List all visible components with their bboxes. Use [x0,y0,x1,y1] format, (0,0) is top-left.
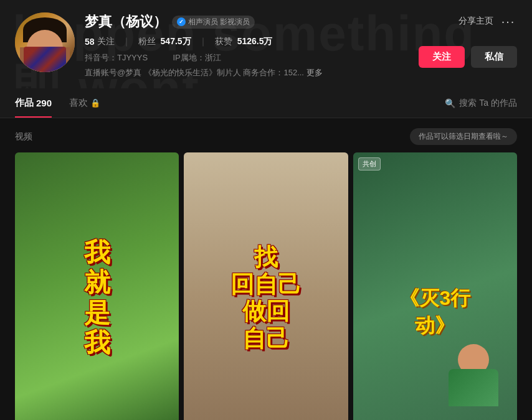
action-buttons: 关注 私信 [419,44,517,68]
profile-header: happen something 即 wont 分享主页 ··· 关注 私信 梦… [0,0,532,88]
stat-divider-2: ｜ [199,36,207,47]
business-info: 商务合作：152... [243,68,304,77]
likes-count: 5126.5万 [237,36,273,47]
followers-label: 粉丝 [138,36,156,47]
profile-top-actions: 分享主页 ··· [458,12,517,30]
show-name: 《杨光的快乐生活》制片人 [144,68,241,77]
profile-name: 梦真（杨议） [85,12,167,31]
search-ta-button[interactable]: 🔍 搜索 Ta 的作品 [445,98,517,109]
section-header: 视频 作品可以筛选日期查看啦～ [15,128,517,145]
live-account: 直播账号@梦真 [85,68,141,77]
tab-works[interactable]: 作品 290 [15,88,52,118]
likes-stat: 获赞 5126.5万 [215,36,273,47]
profile-name-row: 梦真（杨议） ✓ 相声演员 影视演员 [85,12,517,31]
video-card[interactable]: 找 回自己 做回 自己 ♡ 2.9万 作为女人，面对任何事，要坚定内心，坚持自己… [184,152,348,420]
avatar [15,12,75,72]
video-thumbnail: 共创 《灭3行动》 ♡ 2.9万 [353,152,517,420]
profile-desc: 直播账号@梦真 《杨光的快乐生活》制片人 商务合作：152... 更多 [85,67,517,78]
video-overlay-text: 找 回自己 做回 自己 [230,244,302,353]
share-button[interactable]: 分享主页 [458,16,493,27]
lock-icon: 🔒 [90,98,100,108]
tab-works-count: 290 [36,98,52,108]
video-grid: 我 就 是 我 ♡ 1.0万 做自己，做好自己 感情牌是打给受害者的，而不是作为… [15,152,517,420]
followers-stat: 粉丝 547.5万 [138,36,191,47]
message-button[interactable]: 私信 [471,46,517,68]
verified-icon: ✓ [177,17,186,26]
tab-likes-label: 喜欢 [69,97,88,109]
video-card[interactable]: 共创 《灭3行动》 ♡ 2.9万 《灭3行动》来者不拒和知三当三，都应可原谅 #… [353,152,517,420]
video-overlay-text: 《灭3行动》 [394,285,476,340]
section-title: 视频 [15,131,32,142]
more-options-button[interactable]: ··· [500,12,517,30]
following-label: 关注 [97,36,115,47]
search-icon: 🔍 [445,98,455,108]
follow-button[interactable]: 关注 [419,46,465,68]
tabs-bar: 作品 290 喜欢 🔒 🔍 搜索 Ta 的作品 [0,88,532,118]
tab-likes[interactable]: 喜欢 🔒 [69,88,100,118]
ip-location: IP属地：浙江 [173,53,221,62]
video-card[interactable]: 我 就 是 我 ♡ 1.0万 做自己，做好自己 感情牌是打给受害者的，而不是作为… [15,152,179,420]
video-thumbnail: 我 就 是 我 ♡ 1.0万 [15,152,179,420]
search-ta-label: 搜索 Ta 的作品 [459,98,517,109]
collab-tag: 共创 [358,157,381,170]
tab-works-label: 作品 [15,97,34,109]
video-overlay-text: 我 就 是 我 [84,238,110,358]
content-area: 视频 作品可以筛选日期查看啦～ 我 就 是 我 ♡ 1.0万 做自己，做好自己 … [0,118,532,420]
douyin-id: 抖音号：TJYYYS [85,53,148,62]
more-link[interactable]: 更多 [306,68,323,77]
verified-label: 相声演员 影视演员 [188,17,250,27]
filter-hint-button[interactable]: 作品可以筛选日期查看啦～ [410,128,517,145]
verified-badge: ✓ 相声演员 影视演员 [172,16,255,29]
stat-divider-1: ｜ [122,36,131,47]
video-thumbnail: 找 回自己 做回 自己 ♡ 2.9万 [184,152,348,420]
following-stat: 58 关注 [85,36,115,47]
following-count: 58 [85,37,95,47]
likes-label: 获赞 [215,36,232,47]
followers-count: 547.5万 [161,36,191,47]
